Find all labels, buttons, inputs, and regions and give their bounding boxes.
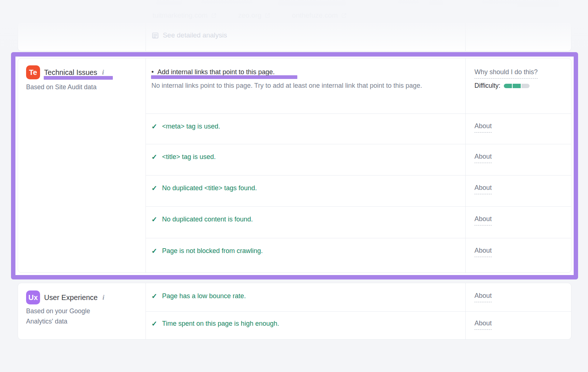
check-row: ✓Page has a low bounce rate.: [146, 283, 465, 311]
check-icon: ✓: [151, 319, 157, 328]
see-detailed-analysis-link[interactable]: See detailed analysis: [151, 31, 227, 39]
check-row: ✓<title> tag is used.: [146, 144, 465, 175]
section-title: Technical Issues: [44, 68, 97, 77]
info-icon[interactable]: i: [102, 293, 104, 301]
about-cell: About: [465, 175, 572, 194]
difficulty-segment: [513, 84, 521, 88]
bullet-icon: •: [151, 68, 154, 76]
external-link-icon: [341, 12, 347, 18]
check-text: Time spent on this page is high enough.: [162, 320, 279, 328]
check-row: ✓<meta> tag is used.: [146, 113, 465, 144]
technical-issues-section: Te Technical Issues i Based on Site Audi…: [18, 58, 571, 273]
why-should-i-do-this-link[interactable]: Why should I do this?: [474, 68, 538, 79]
issue-title-text: Add internal links that point to this pa…: [157, 68, 275, 76]
check-row: ✓No duplicated <title> tags found.: [146, 175, 465, 206]
competitor-link[interactable]: tuitmarketing.com: [153, 11, 217, 19]
previous-section-card: See detailed analysis: [18, 22, 571, 51]
check-text: Page is not blocked from crawling.: [162, 247, 263, 255]
te-badge: Te: [26, 65, 40, 79]
competitor-links-row: tuitmarketing.com zeo.org onthefuze.com: [153, 11, 347, 19]
competitor-link[interactable]: onthefuze.com: [292, 11, 347, 19]
competitor-link-label: tuitmarketing.com: [153, 11, 208, 19]
check-row: ✓Time spent on this page is high enough.: [146, 311, 465, 340]
difficulty-bar: [504, 84, 530, 88]
check-icon: ✓: [151, 122, 157, 131]
info-icon[interactable]: i: [101, 68, 104, 76]
check-row: ✓Page is not blocked from crawling.: [146, 238, 465, 273]
top-remnant-block: [398, 0, 419, 4]
top-remnant-block: [517, 0, 559, 7]
difficulty-segment: [521, 84, 530, 88]
report-icon: [151, 32, 159, 39]
page-checks-screen: tuitmarketing.com zeo.org onthefuze.com …: [0, 0, 588, 372]
top-remnant-block: [278, 0, 346, 6]
title-highlight-underline: [44, 76, 113, 80]
section-subtitle: Based on Site Audit data: [26, 82, 97, 92]
section-title: User Experience: [44, 293, 98, 302]
external-link-icon: [211, 12, 217, 18]
check-text: No duplicated content is found.: [162, 216, 253, 223]
about-link[interactable]: About: [474, 122, 492, 133]
top-remnant-block: [156, 0, 182, 5]
issue-description: No internal links point to this page. Tr…: [151, 80, 451, 91]
user-experience-header: Ux User Experience i: [26, 290, 104, 304]
check-icon: ✓: [151, 292, 157, 300]
issue-title: • Add internal links that point to this …: [151, 68, 275, 76]
top-remnant-block: [201, 0, 253, 4]
about-link[interactable]: About: [474, 153, 492, 163]
see-detailed-analysis-label: See detailed analysis: [163, 31, 227, 39]
column-divider: [465, 22, 466, 51]
difficulty-label: Difficulty:: [474, 82, 501, 90]
check-text: <title> tag is used.: [162, 153, 216, 161]
check-row: ✓No duplicated content is found.: [146, 206, 465, 238]
about-link[interactable]: About: [474, 247, 492, 257]
competitor-link-label: zeo.org: [238, 11, 261, 19]
about-cell: About: [465, 311, 572, 330]
ux-badge: Ux: [26, 290, 40, 304]
check-text: Page has a low bounce rate.: [162, 292, 246, 300]
top-remnant-block: [429, 0, 443, 5]
about-link[interactable]: About: [474, 215, 492, 225]
check-icon: ✓: [151, 247, 157, 255]
check-text: <meta> tag is used.: [162, 123, 220, 130]
external-link-icon: [265, 12, 270, 18]
section-subtitle: Based on your Google Analytics' data: [26, 306, 114, 326]
about-cell: About: [465, 144, 572, 163]
about-cell: About: [465, 283, 572, 302]
competitor-link[interactable]: zeo.org: [238, 11, 270, 19]
about-link[interactable]: About: [474, 319, 492, 330]
difficulty-row: Difficulty:: [474, 82, 530, 90]
competitor-link-label: onthefuze.com: [292, 11, 338, 19]
about-link[interactable]: About: [474, 292, 492, 302]
check-icon: ✓: [151, 184, 157, 192]
user-experience-section: Ux User Experience i Based on your Googl…: [18, 283, 571, 340]
technical-issues-highlight-box: Te Technical Issues i Based on Site Audi…: [11, 52, 578, 279]
column-divider: [146, 22, 146, 51]
check-icon: ✓: [151, 153, 157, 161]
about-link[interactable]: About: [474, 184, 492, 194]
difficulty-segment: [504, 84, 512, 88]
about-cell: About: [465, 238, 572, 257]
check-icon: ✓: [151, 215, 157, 224]
issue-highlight-underline: [151, 75, 297, 79]
about-cell: About: [465, 113, 572, 133]
check-text: No duplicated <title> tags found.: [162, 184, 257, 192]
about-cell: About: [465, 206, 572, 225]
